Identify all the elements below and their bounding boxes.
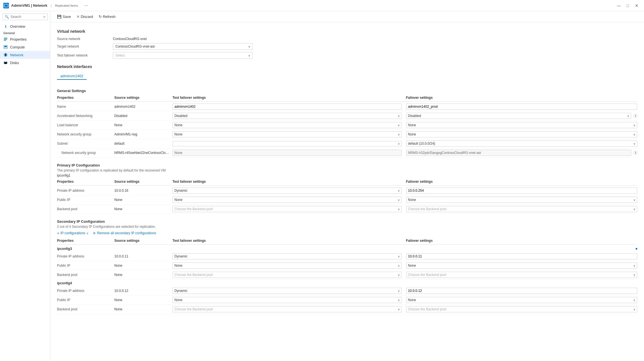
sidebar-item-disks[interactable]: Disks	[0, 59, 50, 67]
row-label: Private IP address	[57, 289, 114, 293]
failover-nsg2-input[interactable]	[406, 150, 631, 156]
row-source-lb: None	[114, 123, 170, 127]
general-settings-title: General Settings	[57, 89, 637, 93]
ipconfig3-test-pip-dropdown[interactable]: Dynamic ∨	[172, 253, 402, 259]
table-row: Private IP address 10.0.0.16 Dynamic ∨	[57, 186, 637, 195]
chevron-down-icon: ∨	[86, 232, 88, 235]
row-failover-nsg2: ℹ	[404, 150, 638, 156]
row-failover: Choose the Backend pool ∨	[404, 306, 638, 312]
target-network-label: Target network	[57, 44, 113, 48]
sidebar-item-label: Compute	[10, 45, 25, 49]
secondary-ip-config-title: Secondary IP Configuration	[57, 219, 637, 224]
col-header-failover: Failover settings	[404, 239, 638, 243]
row-test: None ∨	[170, 297, 404, 303]
sidebar-item-overview[interactable]: ℹ Overview	[0, 22, 50, 30]
row-label-backend: Backend pool	[57, 207, 114, 211]
test-accel-dropdown[interactable]: Disabled ∨	[172, 113, 402, 119]
sidebar-item-compute[interactable]: Compute	[0, 43, 50, 51]
ipconfig3-test-pubip-dropdown[interactable]: None ∨	[172, 262, 402, 269]
test-failover-dropdown[interactable]: Select ∨	[113, 52, 253, 59]
collapse-button[interactable]: «	[43, 15, 45, 19]
info-icon[interactable]: ℹ	[633, 114, 637, 118]
ipconfig4-failover-pip-input[interactable]	[406, 288, 638, 294]
properties-icon	[3, 37, 8, 41]
test-nsg-dropdown[interactable]: None ∨	[172, 131, 402, 137]
maximize-button[interactable]: □	[624, 2, 632, 10]
row-failover-subnet: default (10.0.0/24) ∨	[404, 140, 638, 147]
ipconfig3-failover-pubip-dropdown[interactable]: None ∨	[406, 262, 638, 269]
add-ip-config-link[interactable]: + IP configurations ∨	[57, 231, 88, 235]
search-box[interactable]: 🔍 «	[2, 13, 48, 20]
content-area: 💾 Save ✕ Discard ↻ Refresh Virtual netwo…	[50, 11, 644, 361]
ipconfig3-test-backend-dropdown[interactable]: Choose the Backend pool ∨	[172, 272, 402, 278]
table-row: Backend pool None Choose the Backend poo…	[57, 270, 637, 280]
table-row: Public IP None None ∨ None ∨	[57, 261, 637, 270]
test-pip-dropdown[interactable]: Dynamic ∨	[172, 187, 402, 194]
svg-rect-2	[4, 39, 7, 39]
table-row: Accelerated Networking Disabled Disabled…	[57, 111, 637, 121]
col-header-source: Source settings	[114, 239, 170, 243]
ipconfig4-test-backend-dropdown[interactable]: Choose the Backend pool ∨	[172, 306, 402, 312]
test-pubip-dropdown[interactable]: None ∨	[172, 197, 402, 203]
close-button[interactable]: ✕	[633, 2, 641, 10]
test-backend-dropdown[interactable]: Choose the Backend pool ∨	[172, 206, 402, 212]
row-test-nsg2	[170, 150, 404, 156]
more-options-button[interactable]: ···	[82, 2, 90, 10]
row-failover: None ∨	[404, 262, 638, 269]
search-input[interactable]	[11, 15, 42, 19]
test-name-input[interactable]	[172, 104, 402, 110]
ipconfig3-failover-backend-dropdown[interactable]: Choose the Backend pool ∨	[406, 272, 638, 278]
discard-button[interactable]: ✕ Discard	[74, 13, 95, 20]
failover-subnet-dropdown[interactable]: default (10.0.0/24) ∨	[406, 140, 638, 147]
ipconfig3-failover-pip-input[interactable]	[406, 253, 638, 259]
virtual-network-section: Virtual network Source network ContosoCl…	[57, 29, 637, 59]
row-source: 10.0.0.12	[114, 289, 170, 293]
refresh-button[interactable]: ↻ Refresh	[96, 13, 118, 20]
row-failover	[404, 253, 638, 259]
ipconfig4-test-pubip-dropdown[interactable]: None ∨	[172, 297, 402, 303]
col-header-failover: Failover settings	[404, 180, 638, 184]
sidebar-item-label: Properties	[10, 37, 27, 41]
network-interfaces-section: Network interfaces adminvm1402	[57, 64, 637, 84]
table-row: Name adminvm1402	[57, 102, 637, 111]
target-network-dropdown[interactable]: ContosoCloudRG-vnet-asr ∨	[113, 43, 253, 50]
col-header-failover: Failover settings	[404, 96, 638, 100]
failover-backend-dropdown[interactable]: Choose the Backend pool ∨	[406, 206, 638, 212]
failover-pubip-dropdown[interactable]: None ∨	[406, 197, 638, 203]
test-subnet-dropdown[interactable]: ∨	[172, 141, 402, 146]
ipconfig4-failover-backend-dropdown[interactable]: Choose the Backend pool ∨	[406, 306, 638, 312]
app-icon	[3, 3, 9, 8]
ipconfig4-failover-pubip-dropdown[interactable]: None ∨	[406, 297, 638, 303]
col-header-test: Test failover settings	[170, 96, 404, 100]
chevron-down-icon: ∨	[398, 133, 400, 136]
sidebar-section-general: General	[0, 30, 50, 35]
save-button[interactable]: 💾 Save	[55, 13, 73, 20]
svg-rect-3	[4, 40, 6, 41]
ipconfig4-test-pip-dropdown[interactable]: Dynamic ∨	[172, 288, 402, 294]
failover-name-input[interactable]	[406, 104, 638, 110]
test-nsg2-input[interactable]	[172, 150, 402, 156]
row-label: Private IP address	[57, 254, 114, 258]
sidebar: 🔍 « ℹ Overview General Properties Comput	[0, 11, 50, 361]
minimize-button[interactable]: —	[615, 2, 623, 10]
chevron-down-icon: ∨	[633, 198, 635, 201]
test-lb-dropdown[interactable]: None ∨	[172, 122, 402, 128]
row-failover: None ∨	[404, 297, 638, 303]
info-icon[interactable]: ℹ	[633, 151, 637, 155]
table-row: Public IP None None ∨ None ∨	[57, 296, 637, 305]
sidebar-item-network[interactable]: Network	[0, 51, 50, 59]
title-bar: AdminVM1 | Network | Replicated Items ··…	[0, 0, 644, 11]
failover-accel-dropdown[interactable]: Disabled ∨	[406, 113, 631, 119]
sidebar-item-properties[interactable]: Properties	[0, 35, 50, 43]
chevron-down-icon: ∨	[398, 198, 400, 201]
row-test-backend: Choose the Backend pool ∨	[170, 206, 404, 212]
remove-all-link[interactable]: ✕ Remove all secondary IP configurations	[93, 231, 156, 235]
col-header-properties: Properties	[57, 239, 114, 243]
nic-tab-adminvm1402[interactable]: adminvm1402	[57, 72, 87, 80]
refresh-icon: ↻	[99, 15, 102, 19]
row-source-subnet: default	[114, 142, 170, 146]
chevron-down-icon: ∨	[633, 142, 635, 145]
failover-pip-input[interactable]	[406, 187, 638, 194]
failover-lb-dropdown[interactable]: None ∨	[406, 122, 638, 128]
failover-nsg-dropdown[interactable]: None ∨	[406, 131, 638, 137]
